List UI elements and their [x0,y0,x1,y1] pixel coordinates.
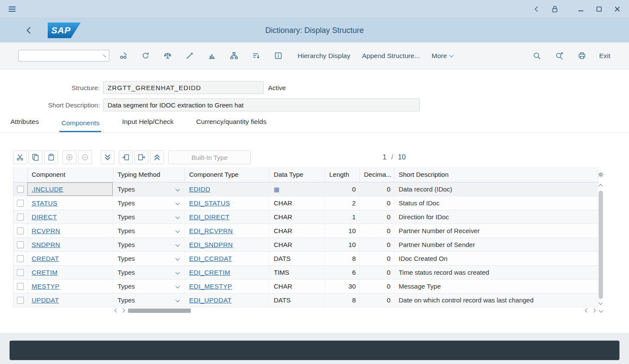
table-row[interactable]: DIRECT Types EDI_DIRECT CHAR 1 0 Directi… [13,210,598,224]
row-checkbox[interactable] [17,186,24,193]
typing-method-select[interactable]: Types [118,241,180,248]
information-icon[interactable] [270,48,286,64]
tree-display-icon[interactable] [248,48,264,64]
scroll-corner-down-icon[interactable] [599,309,603,313]
table-row[interactable]: RCVPRN Types EDI_RCVPRN CHAR 10 0 Partne… [13,224,598,237]
scroll-down-icon[interactable] [599,301,603,305]
component-type-link[interactable]: EDIDD [189,185,210,193]
row-checkbox[interactable] [17,255,24,262]
typing-method-select[interactable]: Types [118,213,180,221]
table-row[interactable]: .INCLUDE Types EDIDD ▦ 0 0 Data record (… [13,182,598,196]
typing-method-select[interactable]: Types [118,227,180,234]
scroll-right-end-icon[interactable] [592,309,596,313]
component-link[interactable]: CREDAT [32,255,59,262]
tab-attributes[interactable]: Attributes [9,118,40,132]
component-link[interactable]: STATUS [32,199,57,207]
back-navigation-icon[interactable] [22,23,36,38]
more-button[interactable]: More [432,52,453,60]
typing-method-select[interactable]: Types [118,185,180,193]
runtime-object-icon[interactable] [204,48,219,64]
tab-currency-quantity-fields[interactable]: Currency/quantity fields [194,118,268,132]
scroll-left-icon[interactable] [115,309,119,313]
hierarchy-display-button[interactable]: Hierarchy Display [298,52,350,60]
typing-method-select[interactable]: Types [118,255,180,262]
component-type-link[interactable]: EDI_MESTYP [189,283,232,290]
activate-icon[interactable] [182,48,197,64]
vertical-scrollbar[interactable] [598,182,604,307]
exit-button[interactable]: Exit [599,52,610,60]
component-type-link[interactable]: EDI_DIRECT [189,213,229,221]
maximize-icon[interactable] [593,3,606,16]
cut-icon[interactable] [13,150,27,164]
row-checkbox[interactable] [17,228,24,234]
data-type-value: CHAR [274,213,292,221]
tab-components[interactable]: Components [59,119,101,132]
scroll-up-icon[interactable] [599,184,603,188]
delete-line-icon[interactable] [134,150,148,164]
page-down-icon[interactable] [101,150,115,164]
component-type-link[interactable]: EDI_STATUS [189,199,230,207]
lock-icon[interactable] [548,3,561,16]
table-row[interactable]: SNDPRN Types EDI_SNDPRN CHAR 10 0 Partne… [13,237,598,251]
hamburger-menu-icon[interactable] [5,3,19,16]
typing-method-select[interactable]: Types [118,296,180,304]
length-value: 30 [325,279,360,293]
page-up-icon[interactable] [150,150,164,164]
table-row[interactable]: CREDAT Types EDI_CCRDAT DATS 8 0 IDoc Cr… [13,251,598,265]
remove-row-icon[interactable] [78,150,92,164]
built-in-type-button[interactable]: Built-In Type [168,150,251,164]
row-checkbox[interactable] [17,283,24,290]
refresh-icon[interactable] [138,48,153,64]
short-description-field[interactable]: Data segment for IDOC extraction to Gree… [103,98,420,111]
component-type-link[interactable]: EDI_SNDPRN [189,241,233,248]
display-change-icon[interactable] [115,48,131,64]
table-row[interactable]: STATUS Types EDI_STATUS CHAR 2 0 Status … [13,196,598,210]
back-icon[interactable] [530,3,543,16]
search-icon[interactable] [529,48,544,64]
typing-method-select[interactable]: Types [118,283,180,290]
command-input[interactable] [19,50,104,61]
tab-input-help-check[interactable]: Input Help/Check [120,118,175,132]
add-row-icon[interactable] [62,150,76,164]
component-link[interactable]: SNDPRN [32,241,60,248]
component-type-link[interactable]: EDI_UPDDAT [189,296,232,304]
command-field[interactable] [18,50,109,62]
horizontal-scrollbar[interactable] [13,307,604,315]
insert-line-icon[interactable] [119,150,133,164]
horizontal-scroll-thumb[interactable] [128,309,191,313]
typing-method-select[interactable]: Types [118,199,180,207]
table-row[interactable]: CRETIM Types EDI_CRETIM TIMS 6 0 Time st… [13,265,598,279]
component-link[interactable]: DIRECT [32,213,57,221]
search-plus-icon[interactable] [551,48,567,64]
table-settings-gear-icon[interactable] [598,170,604,179]
component-type-link[interactable]: EDI_CRETIM [189,269,230,276]
hierarchy-icon[interactable] [226,48,242,64]
component-link[interactable]: .INCLUDE [32,185,63,193]
append-structure-button[interactable]: Append Structure... [362,52,420,60]
vertical-scroll-thumb[interactable] [599,191,603,299]
component-link[interactable]: MESTYP [32,283,59,290]
component-type-link[interactable]: EDI_CCRDAT [189,255,232,262]
component-link[interactable]: UPDDAT [32,296,59,304]
row-checkbox[interactable] [17,241,24,248]
print-icon[interactable] [574,48,590,64]
consistency-check-icon[interactable] [160,48,175,64]
close-icon[interactable] [611,3,624,16]
table-row[interactable]: UPDDAT Types EDI_UPDDAT DATS 8 0 Date on… [13,293,598,307]
scroll-left-end-icon[interactable] [585,309,590,313]
row-checkbox[interactable] [17,200,24,207]
row-checkbox[interactable] [17,297,24,304]
minimize-icon[interactable] [574,3,587,16]
structure-field[interactable]: ZRGTT_GREENHAT_EDIDD [103,81,264,94]
row-checkbox[interactable] [17,269,24,276]
component-type-link[interactable]: EDI_RCVPRN [189,227,233,234]
scroll-right-icon[interactable] [121,309,125,313]
copy-icon[interactable] [29,150,43,164]
row-checkbox[interactable] [17,214,24,221]
paste-icon[interactable] [44,150,58,164]
status-badge: Active [268,84,286,91]
component-link[interactable]: RCVPRN [32,227,60,234]
table-row[interactable]: MESTYP Types EDI_MESTYP CHAR 30 0 Messag… [13,279,598,293]
typing-method-select[interactable]: Types [118,269,180,276]
component-link[interactable]: CRETIM [32,269,58,276]
